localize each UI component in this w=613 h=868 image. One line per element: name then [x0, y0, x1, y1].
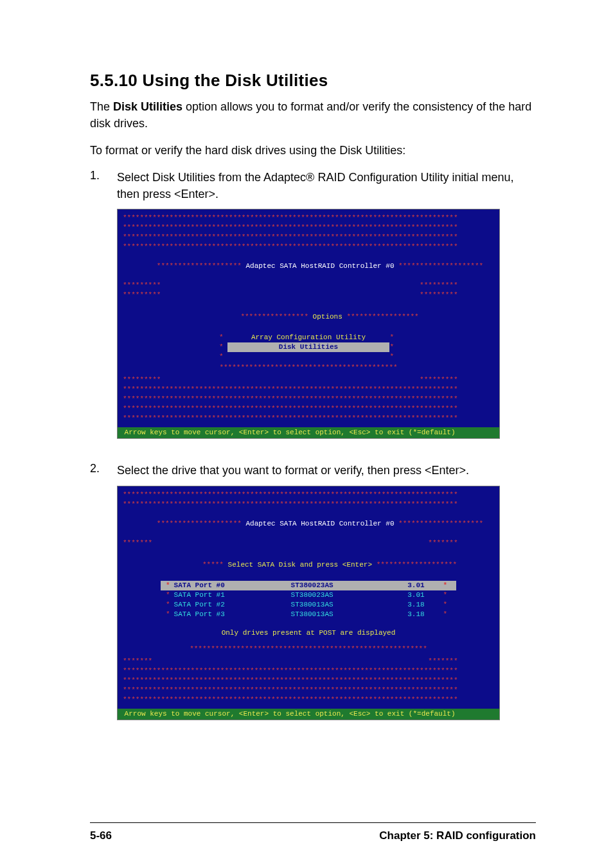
step-text: Select Disk Utilities from the Adaptec® …: [117, 169, 536, 202]
options-menu: * Array Configuration Utility * * Disk U…: [215, 333, 402, 362]
step-list: 1. Select Disk Utilities from the Adapte…: [90, 169, 536, 202]
drive-port: SATA Port #2: [174, 600, 258, 610]
border-line: ****************************************…: [123, 676, 494, 686]
drive-rev: 3.18: [367, 610, 425, 619]
drive-row-2[interactable]: * SATA Port #2 ST380013AS 3.18 *: [161, 600, 456, 610]
step-number: 1.: [90, 169, 117, 202]
drive-row-1[interactable]: * SATA Port #1 ST380023AS 3.01 *: [161, 590, 456, 600]
options-footer-border: ****************************************…: [168, 363, 449, 373]
drive-model: ST380023AS: [258, 581, 367, 590]
step-1: 1. Select Disk Utilities from the Adapte…: [90, 169, 536, 202]
stars-right: ********************: [398, 520, 483, 527]
menu-row: * *: [215, 352, 402, 362]
border-line: ****************************************…: [123, 394, 494, 404]
border-line: ****************************************…: [123, 500, 494, 509]
stars-right: ********************: [398, 262, 483, 270]
controller-title: Adaptec SATA HostRAID Controller #0: [245, 262, 394, 270]
border-line: ****************************************…: [123, 695, 494, 705]
drive-model: ST380013AS: [258, 610, 367, 619]
side-line: ********* *********: [123, 290, 494, 300]
page-number: 5-66: [90, 829, 112, 842]
drive-port: SATA Port #0: [174, 581, 258, 590]
bios-footer-hint: Arrow keys to move cursor, <Enter> to se…: [118, 427, 499, 438]
section-heading: 5.5.10 Using the Disk Utilities: [90, 71, 536, 91]
side-line: ******* *******: [123, 538, 494, 548]
border-line: ****************************************…: [123, 490, 494, 500]
drive-port: SATA Port #3: [174, 610, 258, 619]
intro-paragraph: The Disk Utilities option allows you to …: [90, 98, 536, 132]
bios-screen: ****************************************…: [117, 209, 500, 439]
screenshot-2: ****************************************…: [117, 486, 536, 720]
border-line: ****************************************…: [123, 385, 494, 394]
step-2: 2. Select the drive that you want to for…: [90, 462, 536, 479]
border-line: ****************************************…: [123, 242, 494, 252]
bios-screen: ****************************************…: [117, 486, 500, 720]
border-line: ****************************************…: [123, 404, 494, 414]
step-list: 2. Select the drive that you want to for…: [90, 462, 536, 479]
border-line: ****************************************…: [123, 414, 494, 423]
step-text: Select the drive that you want to format…: [117, 462, 469, 479]
controller-title-line: ******************** Adaptec SATA HostRA…: [123, 252, 494, 281]
document-page: 5.5.10 Using the Disk Utilities The Disk…: [0, 0, 613, 868]
stars-left: ********************: [157, 520, 242, 527]
border-line: ****************************************…: [123, 666, 494, 676]
drive-table: * SATA Port #0 ST380023AS 3.01 * * SATA …: [161, 581, 456, 619]
drive-note: Only drives present at POST are displaye…: [148, 628, 468, 638]
drive-rev: 3.18: [367, 600, 425, 610]
border-line: ****************************************…: [123, 233, 494, 242]
border-line: ****************************************…: [123, 686, 494, 695]
intro-bold-term: Disk Utilities: [113, 100, 182, 113]
drive-rev: 3.01: [367, 590, 425, 600]
drive-model: ST380013AS: [258, 600, 367, 610]
drive-select-box: ***** Select SATA Disk and press <Enter>…: [148, 551, 468, 654]
border-line: ****************************************…: [123, 223, 494, 233]
page-footer: 5-66 Chapter 5: RAID configuration: [90, 822, 536, 842]
drive-model: ST380023AS: [258, 590, 367, 600]
side-line: ********* *********: [123, 281, 494, 290]
stars-left: ********************: [157, 262, 242, 270]
menu-item-array-config[interactable]: Array Configuration Utility: [227, 333, 390, 342]
drive-row-0[interactable]: * SATA Port #0 ST380023AS 3.01 *: [161, 581, 456, 590]
controller-title-line: ******************** Adaptec SATA HostRA…: [123, 509, 494, 538]
drive-select-header: ***** Select SATA Disk and press <Enter>…: [148, 551, 468, 580]
drive-rev: 3.01: [367, 581, 425, 590]
intro-paragraph-2: To format or verify the hard disk drives…: [90, 142, 536, 159]
side-line: ******* *******: [123, 657, 494, 666]
screenshot-1: ****************************************…: [117, 209, 536, 439]
intro-prefix: The: [90, 100, 113, 113]
options-box: **************** Options ***************…: [168, 303, 449, 373]
side-line: ********* *********: [123, 375, 494, 385]
chapter-label: Chapter 5: RAID configuration: [379, 829, 536, 842]
bios-footer-hint: Arrow keys to move cursor, <Enter> to se…: [118, 709, 499, 720]
step-number: 2.: [90, 462, 117, 479]
options-header: **************** Options ***************…: [168, 303, 449, 332]
controller-title: Adaptec SATA HostRAID Controller #0: [245, 520, 394, 527]
menu-row: * Array Configuration Utility *: [215, 333, 402, 342]
drive-row-3[interactable]: * SATA Port #3 ST380013AS 3.18 *: [161, 610, 456, 619]
drive-box-border: ****************************************…: [148, 644, 468, 654]
border-line: ****************************************…: [123, 213, 494, 223]
menu-item-disk-utilities[interactable]: Disk Utilities: [227, 342, 390, 352]
drive-port: SATA Port #1: [174, 590, 258, 600]
menu-row: * Disk Utilities *: [215, 342, 402, 352]
